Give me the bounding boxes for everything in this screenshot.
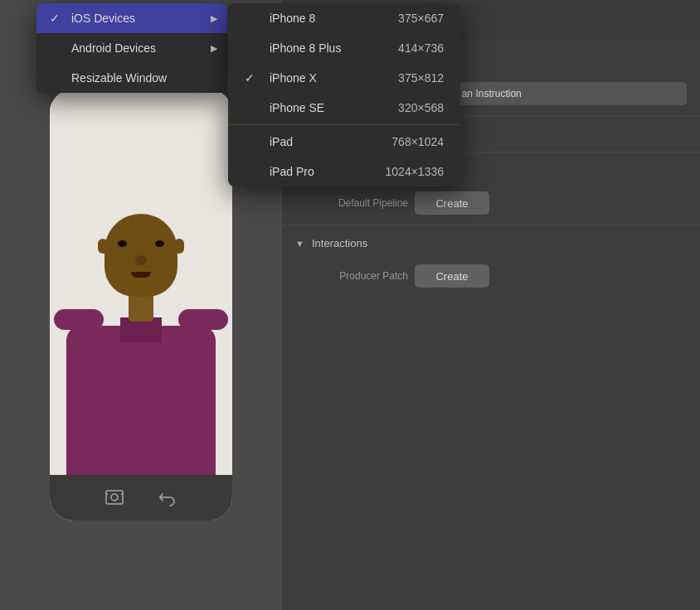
iphonex-name: iPhone X (270, 71, 390, 85)
ios-devices-menu[interactable]: ✓ iOS Devices ▶ ✓ Android Devices ▶ ✓ Re… (36, 3, 227, 93)
iphone8-name: iPhone 8 (270, 12, 390, 25)
interactions-section: ▼ Interactions (282, 229, 700, 258)
interactions-title: Interactions (312, 237, 367, 249)
submenu-divider (228, 124, 460, 125)
iphonese-res: 320×568 (398, 101, 444, 114)
device-screen (50, 90, 232, 475)
menu-item-resizable-window[interactable]: ✓ Resizable Window (36, 63, 227, 93)
svg-rect-0 (106, 491, 123, 504)
iphonex-check: ✓ (245, 71, 261, 85)
device-frame (50, 90, 232, 520)
iphone8-res: 375×667 (398, 12, 444, 25)
ipad-name: iPad (270, 135, 383, 148)
main-container: 375×812 P → Custom Instruction On openin… (0, 0, 700, 610)
interactions-arrow: ▼ (295, 239, 305, 249)
render-pass-create-button[interactable]: Create (415, 191, 489, 215)
producer-patch-row: Producer Patch Create (282, 258, 700, 294)
ipadpro-res: 1024×1336 (386, 165, 444, 178)
default-pipeline-control: Create (415, 191, 687, 215)
ios-submenu-arrow: ▶ (211, 13, 217, 24)
device-toolbar (50, 475, 232, 520)
iphonex-res: 375×812 (398, 71, 444, 85)
menu-label-resizable: Resizable Window (71, 71, 167, 85)
ios-check-mark: ✓ (50, 12, 63, 25)
menu-label-android: Android Devices (71, 41, 156, 55)
ipad-res: 768×1024 (391, 135, 444, 148)
producer-patch-control: Create (415, 264, 687, 288)
submenu-item-ipadpro[interactable]: ✓ iPad Pro 1024×1336 (228, 157, 460, 186)
menu-item-android-devices[interactable]: ✓ Android Devices ▶ (36, 33, 227, 63)
undo-icon[interactable] (156, 486, 179, 509)
producer-patch-label: Producer Patch (309, 270, 408, 282)
svg-point-1 (111, 494, 118, 501)
submenu-item-iphonex[interactable]: ✓ iPhone X 375×812 (228, 63, 460, 93)
menu-item-ios-devices[interactable]: ✓ iOS Devices ▶ (36, 3, 227, 33)
producer-patch-create-button[interactable]: Create (415, 264, 489, 288)
menu-label-ios: iOS Devices (71, 12, 135, 25)
submenu-item-iphonese[interactable]: ✓ iPhone SE 320×568 (228, 93, 460, 123)
divider-3 (282, 225, 700, 225)
android-submenu-arrow: ▶ (211, 43, 217, 54)
device-submenu[interactable]: ✓ iPhone 8 375×667 ✓ iPhone 8 Plus 414×7… (228, 3, 460, 186)
iphone8plus-res: 414×736 (398, 41, 444, 55)
iphonese-name: iPhone SE (270, 101, 390, 114)
submenu-item-ipad[interactable]: ✓ iPad 768×1024 (228, 127, 460, 157)
ipadpro-name: iPad Pro (270, 165, 377, 178)
default-pipeline-row: Default Pipeline Create (282, 185, 700, 221)
submenu-item-iphone8[interactable]: ✓ iPhone 8 375×667 (228, 3, 460, 33)
default-pipeline-label: Default Pipeline (309, 197, 408, 209)
submenu-item-iphone8plus[interactable]: ✓ iPhone 8 Plus 414×736 (228, 33, 460, 63)
screenshot-icon[interactable] (103, 486, 126, 509)
iphone8plus-name: iPhone 8 Plus (270, 41, 390, 55)
